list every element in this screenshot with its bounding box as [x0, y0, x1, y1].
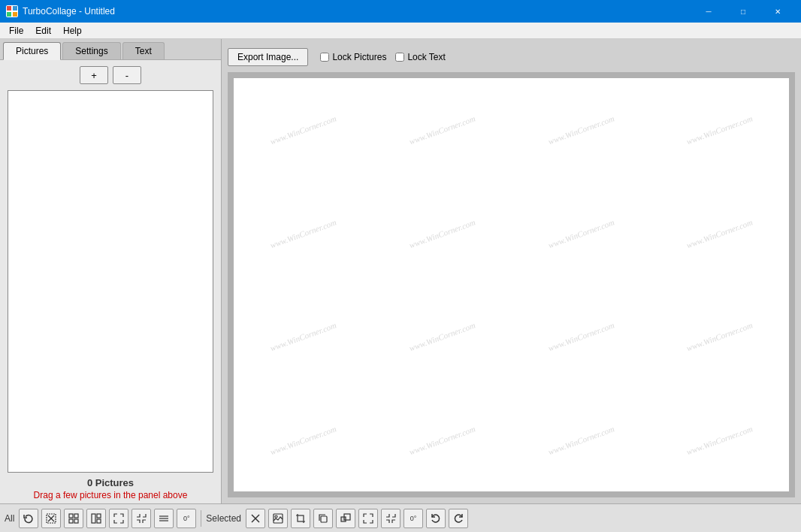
maximize-button[interactable]: □ [726, 0, 760, 23]
tab-pictures[interactable]: Pictures [3, 42, 61, 60]
tab-settings[interactable]: Settings [62, 42, 120, 59]
lock-pictures-label[interactable]: Lock Pictures [320, 52, 386, 62]
lock-text-text: Lock Text [407, 52, 445, 62]
title-bar: TurboCollage - Untitled ─ □ ✕ [0, 0, 801, 23]
lock-group: Lock Pictures Lock Text [320, 52, 446, 62]
svg-rect-3 [7, 12, 11, 17]
canvas-area: www.WinCorner.com www.WinCorner.com www.… [228, 72, 795, 497]
svg-rect-1 [7, 6, 11, 11]
toolbar: Export Image... Lock Pictures Lock Text [228, 45, 795, 72]
watermark-7: www.WinCorner.com [498, 161, 664, 305]
compress-selected-button[interactable] [381, 509, 400, 528]
align-horiz-button[interactable] [154, 509, 174, 528]
pictures-hint: Drag a few pictures in the panel above [3, 490, 218, 500]
watermark-8: www.WinCorner.com [636, 161, 789, 305]
lock-pictures-text: Lock Pictures [332, 52, 386, 62]
svg-rect-4 [13, 12, 17, 17]
menu-file[interactable]: File [3, 24, 29, 38]
tab-bar: Pictures Settings Text [0, 39, 221, 60]
watermark-14: www.WinCorner.com [359, 367, 525, 491]
watermark-grid: www.WinCorner.com www.WinCorner.com www.… [234, 78, 789, 491]
image-selected-button[interactable] [268, 509, 288, 528]
watermark-3: www.WinCorner.com [498, 78, 664, 202]
menu-help[interactable]: Help [57, 24, 88, 38]
svg-rect-13 [97, 514, 101, 518]
toolbar-separator-1 [201, 510, 201, 527]
right-panel: Export Image... Lock Pictures Lock Text … [222, 39, 801, 503]
svg-rect-8 [69, 514, 73, 518]
main-content: Pictures Settings Text + - 0 Pictures Dr… [0, 39, 801, 503]
watermark-11: www.WinCorner.com [498, 264, 664, 409]
grid-layout-button[interactable] [64, 509, 83, 528]
lock-pictures-checkbox[interactable] [320, 53, 329, 62]
pictures-list[interactable] [8, 90, 213, 473]
tab-text[interactable]: Text [122, 42, 165, 59]
selected-label: Selected [206, 513, 241, 524]
watermark-10: www.WinCorner.com [359, 264, 525, 409]
watermark-1: www.WinCorner.com [234, 78, 386, 202]
reset-all-button[interactable] [19, 509, 38, 528]
expand-selected-button[interactable] [358, 509, 378, 528]
svg-rect-14 [97, 519, 101, 523]
watermark-5: www.WinCorner.com [234, 161, 386, 305]
watermark-13: www.WinCorner.com [234, 367, 386, 491]
svg-rect-12 [92, 514, 95, 523]
select-all-button[interactable] [41, 509, 61, 528]
watermark-16: www.WinCorner.com [636, 367, 789, 491]
add-picture-button[interactable]: + [80, 66, 108, 84]
watermark-6: www.WinCorner.com [359, 161, 525, 305]
lock-text-checkbox[interactable] [395, 53, 404, 62]
svg-rect-11 [74, 519, 78, 523]
svg-rect-2 [13, 6, 17, 11]
duplicate-selected-button[interactable] [313, 509, 333, 528]
rotate-all-button[interactable]: 0° [177, 509, 196, 528]
watermark-9: www.WinCorner.com [234, 264, 386, 409]
expand-all-button[interactable] [109, 509, 128, 528]
undo-button[interactable] [426, 509, 446, 528]
panel-buttons: + - [0, 60, 221, 90]
menu-edit[interactable]: Edit [29, 24, 57, 38]
close-button[interactable]: ✕ [760, 0, 795, 23]
canvas[interactable]: www.WinCorner.com www.WinCorner.com www.… [234, 78, 789, 491]
delete-selected-button[interactable] [246, 509, 265, 528]
window-controls: ─ □ ✕ [691, 0, 795, 23]
svg-rect-28 [341, 517, 346, 521]
pictures-count: 0 Pictures [3, 477, 218, 488]
remove-picture-button[interactable]: - [113, 66, 141, 84]
pictures-count-area: 0 Pictures Drag a few pictures in the pa… [0, 473, 221, 503]
watermark-15: www.WinCorner.com [498, 367, 664, 491]
export-button[interactable]: Export Image... [228, 48, 308, 66]
window-title: TurboCollage - Untitled [23, 6, 691, 17]
svg-rect-10 [69, 519, 73, 523]
rotate-selected-button[interactable]: 0° [404, 509, 423, 528]
svg-rect-22 [298, 515, 304, 521]
watermark-4: www.WinCorner.com [636, 78, 789, 202]
svg-rect-27 [321, 516, 327, 522]
move-front-button[interactable] [336, 509, 355, 528]
watermark-2: www.WinCorner.com [359, 78, 525, 202]
mosaic-layout-button[interactable] [86, 509, 106, 528]
compress-all-button[interactable] [131, 509, 151, 528]
watermark-12: www.WinCorner.com [636, 264, 789, 409]
left-panel: Pictures Settings Text + - 0 Pictures Dr… [0, 39, 222, 503]
redo-button[interactable] [449, 509, 468, 528]
app-icon [6, 5, 18, 17]
all-label: All [5, 513, 14, 524]
crop-selected-button[interactable] [291, 509, 310, 528]
minimize-button[interactable]: ─ [691, 0, 726, 23]
menu-bar: File Edit Help [0, 23, 801, 39]
bottom-toolbar: All [0, 503, 801, 532]
lock-text-label[interactable]: Lock Text [395, 52, 445, 62]
svg-rect-9 [74, 514, 78, 518]
svg-point-21 [275, 515, 277, 518]
